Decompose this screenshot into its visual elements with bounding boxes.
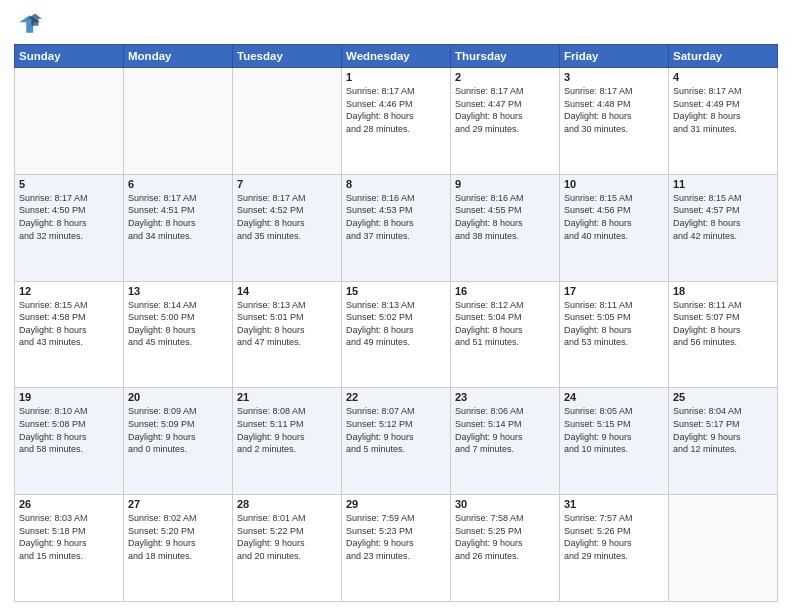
day-info: Sunrise: 8:04 AM Sunset: 5:17 PM Dayligh… — [673, 405, 773, 455]
day-number: 16 — [455, 285, 555, 297]
calendar-cell: 3Sunrise: 8:17 AM Sunset: 4:48 PM Daylig… — [560, 68, 669, 175]
calendar-cell: 13Sunrise: 8:14 AM Sunset: 5:00 PM Dayli… — [124, 281, 233, 388]
day-number: 19 — [19, 391, 119, 403]
day-number: 11 — [673, 178, 773, 190]
day-of-week-header: Monday — [124, 45, 233, 68]
calendar-week-row: 26Sunrise: 8:03 AM Sunset: 5:18 PM Dayli… — [15, 495, 778, 602]
calendar-cell — [669, 495, 778, 602]
day-info: Sunrise: 8:15 AM Sunset: 4:56 PM Dayligh… — [564, 192, 664, 242]
calendar-week-row: 12Sunrise: 8:15 AM Sunset: 4:58 PM Dayli… — [15, 281, 778, 388]
day-info: Sunrise: 8:17 AM Sunset: 4:47 PM Dayligh… — [455, 85, 555, 135]
day-number: 2 — [455, 71, 555, 83]
day-info: Sunrise: 8:05 AM Sunset: 5:15 PM Dayligh… — [564, 405, 664, 455]
day-info: Sunrise: 8:16 AM Sunset: 4:55 PM Dayligh… — [455, 192, 555, 242]
day-number: 4 — [673, 71, 773, 83]
calendar-cell: 15Sunrise: 8:13 AM Sunset: 5:02 PM Dayli… — [342, 281, 451, 388]
day-info: Sunrise: 8:17 AM Sunset: 4:50 PM Dayligh… — [19, 192, 119, 242]
calendar-cell: 25Sunrise: 8:04 AM Sunset: 5:17 PM Dayli… — [669, 388, 778, 495]
calendar-cell: 23Sunrise: 8:06 AM Sunset: 5:14 PM Dayli… — [451, 388, 560, 495]
calendar-cell: 28Sunrise: 8:01 AM Sunset: 5:22 PM Dayli… — [233, 495, 342, 602]
day-info: Sunrise: 8:17 AM Sunset: 4:46 PM Dayligh… — [346, 85, 446, 135]
calendar-cell: 2Sunrise: 8:17 AM Sunset: 4:47 PM Daylig… — [451, 68, 560, 175]
page: SundayMondayTuesdayWednesdayThursdayFrid… — [0, 0, 792, 612]
day-of-week-header: Friday — [560, 45, 669, 68]
day-number: 26 — [19, 498, 119, 510]
day-info: Sunrise: 8:17 AM Sunset: 4:51 PM Dayligh… — [128, 192, 228, 242]
day-number: 29 — [346, 498, 446, 510]
day-number: 28 — [237, 498, 337, 510]
calendar-cell: 12Sunrise: 8:15 AM Sunset: 4:58 PM Dayli… — [15, 281, 124, 388]
day-info: Sunrise: 8:15 AM Sunset: 4:58 PM Dayligh… — [19, 299, 119, 349]
day-number: 17 — [564, 285, 664, 297]
day-of-week-header: Sunday — [15, 45, 124, 68]
day-info: Sunrise: 8:10 AM Sunset: 5:08 PM Dayligh… — [19, 405, 119, 455]
day-number: 5 — [19, 178, 119, 190]
calendar-cell: 7Sunrise: 8:17 AM Sunset: 4:52 PM Daylig… — [233, 174, 342, 281]
day-number: 8 — [346, 178, 446, 190]
calendar-header-row: SundayMondayTuesdayWednesdayThursdayFrid… — [15, 45, 778, 68]
day-of-week-header: Thursday — [451, 45, 560, 68]
calendar-cell: 21Sunrise: 8:08 AM Sunset: 5:11 PM Dayli… — [233, 388, 342, 495]
calendar-cell: 18Sunrise: 8:11 AM Sunset: 5:07 PM Dayli… — [669, 281, 778, 388]
day-number: 7 — [237, 178, 337, 190]
day-number: 21 — [237, 391, 337, 403]
day-number: 13 — [128, 285, 228, 297]
day-info: Sunrise: 8:16 AM Sunset: 4:53 PM Dayligh… — [346, 192, 446, 242]
calendar-cell — [233, 68, 342, 175]
calendar-cell: 30Sunrise: 7:58 AM Sunset: 5:25 PM Dayli… — [451, 495, 560, 602]
day-info: Sunrise: 8:13 AM Sunset: 5:01 PM Dayligh… — [237, 299, 337, 349]
day-info: Sunrise: 8:01 AM Sunset: 5:22 PM Dayligh… — [237, 512, 337, 562]
calendar-cell: 31Sunrise: 7:57 AM Sunset: 5:26 PM Dayli… — [560, 495, 669, 602]
day-info: Sunrise: 8:08 AM Sunset: 5:11 PM Dayligh… — [237, 405, 337, 455]
calendar-cell: 9Sunrise: 8:16 AM Sunset: 4:55 PM Daylig… — [451, 174, 560, 281]
calendar-cell: 29Sunrise: 7:59 AM Sunset: 5:23 PM Dayli… — [342, 495, 451, 602]
calendar-cell: 17Sunrise: 8:11 AM Sunset: 5:05 PM Dayli… — [560, 281, 669, 388]
calendar-week-row: 1Sunrise: 8:17 AM Sunset: 4:46 PM Daylig… — [15, 68, 778, 175]
day-info: Sunrise: 8:15 AM Sunset: 4:57 PM Dayligh… — [673, 192, 773, 242]
day-of-week-header: Saturday — [669, 45, 778, 68]
calendar-cell: 24Sunrise: 8:05 AM Sunset: 5:15 PM Dayli… — [560, 388, 669, 495]
day-number: 30 — [455, 498, 555, 510]
day-number: 10 — [564, 178, 664, 190]
day-info: Sunrise: 8:17 AM Sunset: 4:49 PM Dayligh… — [673, 85, 773, 135]
day-info: Sunrise: 8:11 AM Sunset: 5:05 PM Dayligh… — [564, 299, 664, 349]
day-number: 1 — [346, 71, 446, 83]
calendar-cell: 8Sunrise: 8:16 AM Sunset: 4:53 PM Daylig… — [342, 174, 451, 281]
day-number: 25 — [673, 391, 773, 403]
day-number: 27 — [128, 498, 228, 510]
calendar-week-row: 19Sunrise: 8:10 AM Sunset: 5:08 PM Dayli… — [15, 388, 778, 495]
day-number: 31 — [564, 498, 664, 510]
logo — [14, 10, 46, 38]
day-info: Sunrise: 8:11 AM Sunset: 5:07 PM Dayligh… — [673, 299, 773, 349]
calendar-cell: 5Sunrise: 8:17 AM Sunset: 4:50 PM Daylig… — [15, 174, 124, 281]
calendar-cell: 1Sunrise: 8:17 AM Sunset: 4:46 PM Daylig… — [342, 68, 451, 175]
day-number: 22 — [346, 391, 446, 403]
calendar-cell: 11Sunrise: 8:15 AM Sunset: 4:57 PM Dayli… — [669, 174, 778, 281]
calendar-cell: 4Sunrise: 8:17 AM Sunset: 4:49 PM Daylig… — [669, 68, 778, 175]
calendar-cell: 22Sunrise: 8:07 AM Sunset: 5:12 PM Dayli… — [342, 388, 451, 495]
header — [14, 10, 778, 38]
calendar-table: SundayMondayTuesdayWednesdayThursdayFrid… — [14, 44, 778, 602]
logo-icon — [14, 10, 42, 38]
day-info: Sunrise: 7:58 AM Sunset: 5:25 PM Dayligh… — [455, 512, 555, 562]
calendar-cell: 19Sunrise: 8:10 AM Sunset: 5:08 PM Dayli… — [15, 388, 124, 495]
day-info: Sunrise: 7:59 AM Sunset: 5:23 PM Dayligh… — [346, 512, 446, 562]
day-number: 3 — [564, 71, 664, 83]
calendar-cell: 14Sunrise: 8:13 AM Sunset: 5:01 PM Dayli… — [233, 281, 342, 388]
calendar-cell: 16Sunrise: 8:12 AM Sunset: 5:04 PM Dayli… — [451, 281, 560, 388]
day-info: Sunrise: 8:09 AM Sunset: 5:09 PM Dayligh… — [128, 405, 228, 455]
calendar-cell: 27Sunrise: 8:02 AM Sunset: 5:20 PM Dayli… — [124, 495, 233, 602]
day-number: 14 — [237, 285, 337, 297]
day-number: 15 — [346, 285, 446, 297]
day-info: Sunrise: 8:12 AM Sunset: 5:04 PM Dayligh… — [455, 299, 555, 349]
day-info: Sunrise: 7:57 AM Sunset: 5:26 PM Dayligh… — [564, 512, 664, 562]
day-info: Sunrise: 8:14 AM Sunset: 5:00 PM Dayligh… — [128, 299, 228, 349]
calendar-cell: 6Sunrise: 8:17 AM Sunset: 4:51 PM Daylig… — [124, 174, 233, 281]
day-info: Sunrise: 8:17 AM Sunset: 4:52 PM Dayligh… — [237, 192, 337, 242]
day-of-week-header: Wednesday — [342, 45, 451, 68]
day-number: 20 — [128, 391, 228, 403]
day-of-week-header: Tuesday — [233, 45, 342, 68]
day-number: 18 — [673, 285, 773, 297]
calendar-cell — [15, 68, 124, 175]
calendar-cell: 10Sunrise: 8:15 AM Sunset: 4:56 PM Dayli… — [560, 174, 669, 281]
